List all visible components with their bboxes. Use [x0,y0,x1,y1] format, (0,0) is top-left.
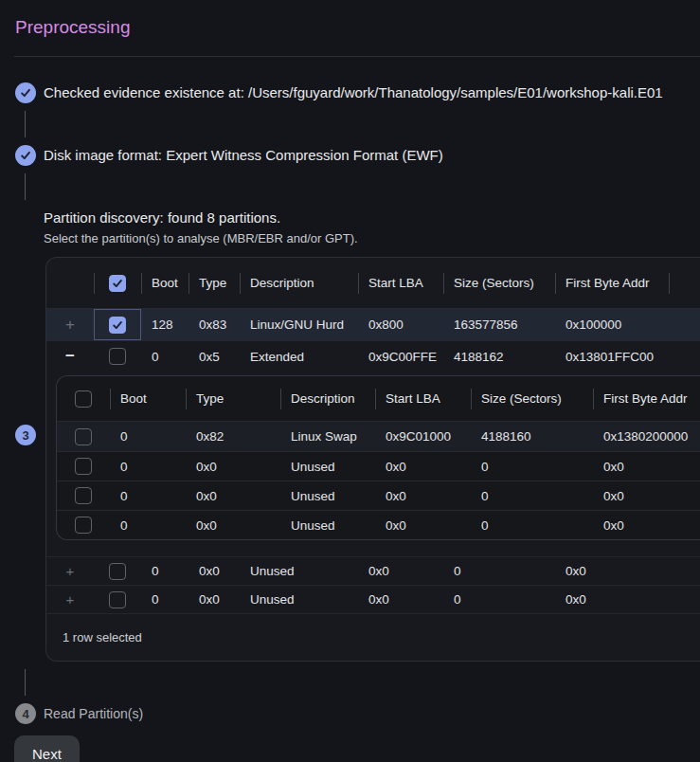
subtable-header-start-lba-label: Start LBA [386,391,440,406]
partition-row-unused[interactable]: + 0 0x0 Unused 0x0 0 0x0 [46,556,700,585]
step-3-badge: 3 [15,425,36,445]
column-divider [110,389,111,409]
row-checkbox-cell [94,557,141,585]
subtable-row-linux-swap[interactable]: 0 0x82 Linux Swap 0x9C01000 4188160 0x13… [57,422,700,451]
header-spacer [669,258,700,308]
row-checkbox[interactable] [75,428,92,445]
expand-row-button[interactable]: + [66,563,75,579]
row-checkbox[interactable] [109,348,126,365]
subtable-row-unused[interactable]: 0 0x0 Unused 0x0 0 0x0 [57,451,700,481]
row-checkbox[interactable] [109,317,126,334]
select-all-header-cell [94,258,141,308]
partition-row-linux-gnu-hurd[interactable]: + 128 0x83 Linux/GNU Hurd 0x800 16357785… [46,309,700,340]
cell-type: 0x0 [186,511,280,539]
column-divider [280,389,281,409]
step-partition-discovery: 3 Partition discovery: found 8 partition… [0,209,700,662]
row-checkbox[interactable] [109,591,126,608]
header-type: Type [188,258,240,308]
step-read-partitions-label: Read Partition(s) [44,703,700,724]
cell-boot: 0 [141,557,188,585]
subtable-header-size-sectors: Size (Sectors) [471,376,593,421]
column-divider [240,273,241,294]
cell-first-byte-addr: 0x0 [593,452,700,481]
row-checkbox-cell [57,452,110,481]
partition-row-unused[interactable]: + 0 0x0 Unused 0x0 0 0x0 [46,585,700,613]
cell-boot: 0 [141,341,188,372]
cell-boot: 0 [110,452,186,481]
cell-type: 0x0 [188,557,240,585]
partition-discovery-content: Partition discovery: found 8 partitions.… [44,209,700,662]
row-checkbox-cell [94,586,141,613]
collapse-row-button[interactable]: − [65,347,75,366]
step-evidence-text: Checked evidence existence at: /Users/fg… [44,82,700,103]
page-header: Preprocessing [0,0,700,38]
column-divider [94,273,95,294]
header-description-label: Description [250,276,314,290]
cell-start-lba: 0x0 [375,511,471,539]
subtable-header-size-sectors-label: Size (Sectors) [481,391,562,406]
cell-first-byte-addr: 0x0 [593,481,700,510]
column-divider [669,273,670,294]
cell-type: 0x5 [188,341,240,372]
expander-cell: + [46,557,94,585]
step-disk-format-text: Disk image format: Expert Witness Compre… [44,145,700,166]
row-checkbox[interactable] [75,487,92,504]
cell-description: Unused [280,511,375,539]
cell-first-byte-addr: 0x0 [555,586,669,613]
header-boot: Boot [141,258,188,308]
column-divider [141,273,142,294]
column-divider [443,273,444,294]
row-checkbox-cell [57,481,110,510]
cell-type: 0x83 [188,309,240,340]
cell-description: Unused [240,557,358,585]
cell-boot: 0 [110,511,186,539]
cell-description: Linux Swap [280,422,375,451]
cell-boot: 128 [141,309,188,340]
cell-spacer [669,341,700,372]
subtable-select-all-cell [57,376,110,421]
subtable-header-description-label: Description [291,391,355,406]
cell-start-lba: 0x9C00FFE [358,341,443,372]
row-checkbox-cell [94,309,141,340]
column-divider [555,273,556,294]
partition-discovery-caption: Select the partition(s) to analyse (MBR/… [44,229,700,247]
partition-row-extended[interactable]: − 0 0x5 Extended 0x9C00FFE 4188162 0x138… [46,340,700,372]
subtable-row-unused[interactable]: 0 0x0 Unused 0x0 0 0x0 [57,481,700,510]
table-footer: 1 row selected [46,613,700,661]
cell-spacer [669,586,700,613]
cell-start-lba: 0x0 [375,481,471,510]
cell-description: Unused [240,586,358,613]
expand-row-button[interactable]: + [66,591,75,608]
row-checkbox[interactable] [75,517,92,534]
page-title: Preprocessing [15,17,685,38]
next-button[interactable]: Next [14,735,80,762]
cell-size-sectors: 0 [471,511,593,539]
column-divider [186,389,187,409]
column-divider [471,389,472,409]
partition-table-header: Boot Type Description Start LBA Size (Se… [46,258,700,309]
step-3-marker: 3 [15,209,44,662]
cell-start-lba: 0x0 [358,586,443,613]
subtable-row-unused[interactable]: 0 0x0 Unused 0x0 0 0x0 [57,510,700,539]
subtable-header-type-label: Type [196,391,224,406]
row-checkbox[interactable] [75,458,92,475]
cell-first-byte-addr: 0x0 [593,511,700,539]
cell-description: Linux/GNU Hurd [240,309,358,340]
cell-first-byte-addr: 0x13801FFC00 [555,341,669,372]
header-start-lba: Start LBA [358,258,443,308]
header-first-byte-addr: First Byte Addr [555,258,669,308]
subtable-select-all-checkbox[interactable] [75,390,92,408]
cell-size-sectors: 0 [443,557,555,585]
subtable-header-boot-label: Boot [120,391,147,406]
expander-column-header [46,258,94,308]
row-checkbox[interactable] [109,563,126,580]
cell-first-byte-addr: 0x0 [555,557,669,585]
step-connector [25,669,26,696]
header-divider [14,56,700,57]
step-connector [25,173,26,200]
expand-row-button[interactable]: + [65,316,75,335]
cell-type: 0x0 [186,452,280,481]
row-checkbox-cell [94,341,141,372]
select-all-checkbox[interactable] [109,275,126,292]
cell-start-lba: 0x800 [358,309,443,340]
